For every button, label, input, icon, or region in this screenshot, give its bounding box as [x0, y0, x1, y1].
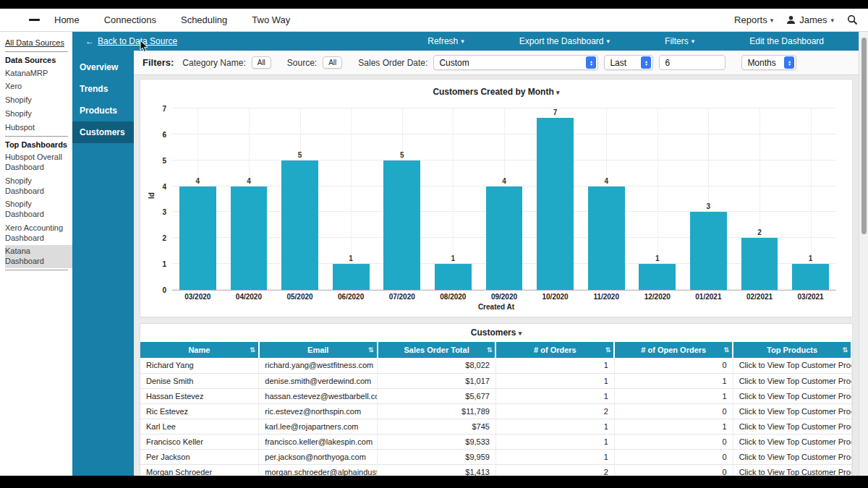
dashboard-main: Filters: Category Name: All Source: All … [134, 51, 859, 476]
cell--of-orders: 2 [495, 464, 614, 476]
tab-customers[interactable]: Customers [72, 121, 134, 143]
bar-12/2020[interactable] [639, 264, 676, 290]
cell-sales-order-total: $9,533 [378, 434, 496, 449]
column-header-sales-order-total[interactable]: Sales Order Total⇅ [378, 342, 496, 358]
refresh-button[interactable]: Refresh ▾ [400, 36, 492, 46]
back-to-data-source-link[interactable]: ← Back to Data Source [85, 36, 177, 46]
cell--of-open-orders: 0 [614, 358, 733, 373]
export-dashboard-button[interactable]: Export the Dashboard ▾ [492, 36, 637, 46]
column-header-name[interactable]: Name⇅ [140, 342, 259, 358]
divider [5, 270, 68, 270]
bar-06/2020[interactable] [333, 264, 370, 290]
cell-name: Morgan Schroeder [140, 464, 259, 476]
table-title-label: Customers [471, 328, 516, 338]
top-products-link[interactable]: Click to View Top Customer Products [733, 358, 851, 373]
sidebar-item-shopify[interactable]: Shopify [5, 107, 72, 121]
bar-04/2020[interactable] [231, 187, 268, 290]
caret-down-icon: ▾ [770, 17, 774, 24]
bar-value-label: 4 [247, 177, 251, 185]
range-mode-select[interactable]: Last ▲▼ [604, 55, 653, 70]
cell--of-orders: 1 [495, 434, 614, 449]
bar-02/2021[interactable] [741, 238, 778, 290]
cell-email: francisco.keller@lakespin.com [259, 434, 378, 449]
topnav-item-two-way[interactable]: Two Way [252, 14, 290, 25]
bar-10/2020[interactable] [537, 118, 574, 290]
table-body: Richard Yangrichard.yang@westfitness.com… [140, 358, 851, 476]
table-title[interactable]: Customers ▾ [140, 324, 852, 342]
top-products-link[interactable]: Click to View Top Customer Products [733, 403, 851, 419]
reports-menu[interactable]: Reports ▾ [734, 14, 773, 25]
source-label: Source: [287, 58, 317, 68]
sort-icon[interactable]: ⇅ [842, 346, 848, 354]
sort-icon[interactable]: ⇅ [487, 346, 493, 354]
sidebar-item-xero[interactable]: Xero [5, 80, 72, 94]
menu-icon[interactable] [29, 19, 40, 21]
tab-products[interactable]: Products [72, 100, 134, 121]
gridline-vertical [811, 108, 812, 290]
column-header-top-products[interactable]: Top Products⇅ [733, 342, 851, 358]
bar-01/2021[interactable] [690, 212, 727, 290]
sidebar-item-shopify-dashboard[interactable]: Shopify Dashboard [5, 174, 72, 198]
top-products-link[interactable]: Click to View Top Customer Products [733, 419, 851, 434]
top-products-link[interactable]: Click to View Top Customer Products [733, 464, 851, 476]
y-tick-label: 2 [155, 234, 166, 242]
range-value-input[interactable] [659, 55, 726, 70]
sidebar-link-all-data-sources[interactable]: All Data Sources [5, 36, 72, 50]
bar-08/2020[interactable] [435, 264, 472, 290]
top-nav-bar: HomeConnectionsSchedulingTwo Way Reports… [0, 9, 868, 32]
user-icon [786, 15, 796, 25]
tab-trends[interactable]: Trends [72, 78, 134, 100]
sort-icon[interactable]: ⇅ [368, 346, 374, 354]
tab-overview[interactable]: Overview [72, 56, 134, 78]
bar-03/2020[interactable] [179, 187, 216, 290]
bar-09/2020[interactable] [486, 187, 523, 290]
chart-title[interactable]: Customers Created by Month ▾ [143, 84, 849, 104]
sidebar-item-shopify[interactable]: Shopify [5, 94, 72, 108]
column-header--of-orders[interactable]: # of Orders⇅ [495, 342, 614, 358]
sort-icon[interactable]: ⇅ [724, 346, 730, 354]
bar-slot: 4 [479, 108, 530, 290]
top-products-link[interactable]: Click to View Top Customer Products [733, 373, 851, 388]
bar-value-label: 3 [707, 202, 711, 210]
bar-07/2020[interactable] [383, 160, 420, 290]
filters-button[interactable]: Filters ▾ [637, 36, 722, 46]
top-products-link[interactable]: Click to View Top Customer Products [733, 449, 851, 464]
bar-11/2020[interactable] [588, 187, 625, 290]
sort-icon[interactable]: ⇅ [605, 346, 611, 354]
back-arrow-icon: ← [85, 36, 94, 46]
category-name-filter-button[interactable]: All [252, 56, 271, 69]
bar-slot: 2 [734, 108, 786, 290]
range-mode-value: Last [610, 58, 641, 68]
y-tick-label: 5 [155, 156, 166, 164]
bar-slot: 7 [529, 108, 581, 290]
stepper-icon: ▲▼ [784, 56, 794, 69]
vertical-scrollbar[interactable] [859, 32, 868, 476]
range-unit-select[interactable]: Months ▲▼ [741, 55, 796, 70]
column-header-email[interactable]: Email⇅ [259, 342, 378, 358]
sidebar-heading: Top Dashboards [5, 138, 72, 151]
user-menu[interactable]: James ▾ [786, 14, 834, 25]
search-icon[interactable] [847, 14, 858, 25]
topnav-item-connections[interactable]: Connections [104, 14, 156, 25]
bar-05/2020[interactable] [281, 160, 318, 290]
sidebar-item-xero-accounting-dashboard[interactable]: Xero Accounting Dashboard [5, 221, 72, 245]
cell--of-orders: 2 [495, 403, 614, 419]
edit-dashboard-button[interactable]: Edit the Dashboard [722, 36, 851, 46]
scrollbar-thumb[interactable] [861, 38, 867, 234]
sidebar-item-shopify-dashboard[interactable]: Shopify Dashboard [5, 198, 72, 222]
sidebar-item-hubspot[interactable]: Hubspot [5, 121, 72, 134]
bar-03/2021[interactable] [792, 264, 829, 290]
x-tick-label: 02/2021 [734, 293, 786, 301]
topnav-item-home[interactable]: Home [54, 14, 80, 25]
sort-icon[interactable]: ⇅ [250, 346, 255, 354]
sales-order-date-select[interactable]: Custom ▲▼ [433, 55, 598, 70]
top-products-link[interactable]: Click to View Top Customer Products [733, 434, 851, 449]
sidebar-item-hubspot-overall-dashboard[interactable]: Hubspot Overall Dashboard [5, 151, 72, 175]
column-header--of-open-orders[interactable]: # of Open Orders⇅ [614, 342, 733, 358]
sidebar-item-katanamrp[interactable]: KatanaMRP [5, 67, 72, 80]
top-products-link[interactable]: Click to View Top Customer Products [733, 388, 851, 403]
cell-sales-order-total: $8,022 [378, 358, 496, 373]
topnav-item-scheduling[interactable]: Scheduling [181, 14, 227, 25]
sidebar-item-katana-dashboard[interactable]: Katana Dashboard [5, 245, 72, 269]
source-filter-button[interactable]: All [323, 56, 342, 69]
